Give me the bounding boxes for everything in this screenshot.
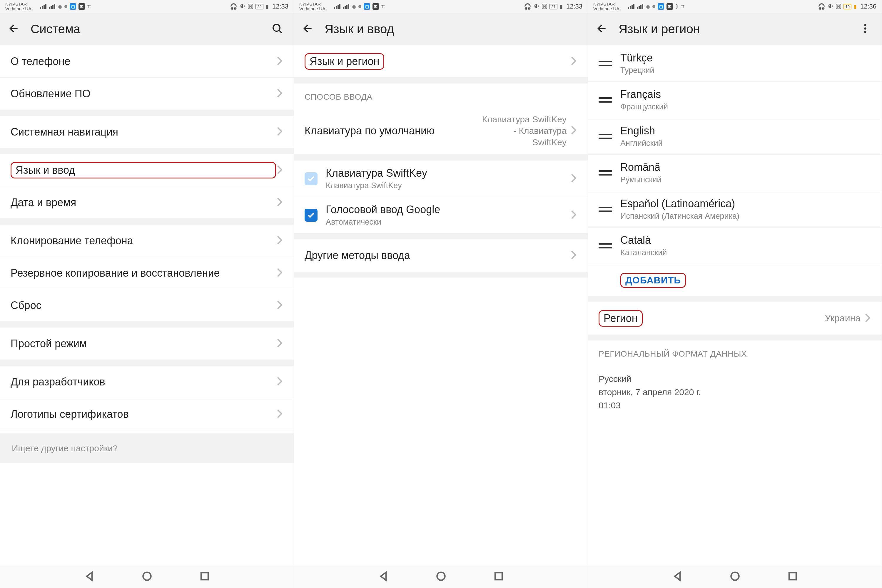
item-label: Клавиатура по умолчанию — [304, 124, 478, 137]
chevron-right-icon — [276, 87, 283, 100]
nav-home-icon[interactable] — [730, 571, 740, 583]
nav-recent-icon[interactable] — [788, 571, 798, 583]
item-language-input[interactable]: Язык и ввод — [0, 154, 294, 186]
language-item-espanol[interactable]: Español (Latinoamérica) Испанский (Латин… — [588, 191, 882, 228]
section-gap — [294, 78, 588, 84]
carrier-2: Vodafone UA — [299, 6, 325, 11]
nav-recent-icon[interactable] — [494, 571, 504, 583]
item-label: Резервное копирование и восстановление — [10, 267, 276, 279]
carrier-1: KYIVSTAR — [593, 2, 619, 6]
item-about-phone[interactable]: О телефоне — [0, 45, 294, 78]
format-time: 01:03 — [598, 399, 871, 412]
add-language-button[interactable]: ДОБАВИТЬ — [620, 273, 686, 288]
wifi-icon: ◈ — [352, 3, 356, 10]
search-icon[interactable] — [269, 20, 285, 38]
language-sub: Испанский (Латинская Америка) — [620, 212, 871, 221]
item-backup-restore[interactable]: Резервное копирование и восстановление — [0, 257, 294, 289]
nav-home-icon[interactable] — [436, 571, 446, 583]
item-simple-mode[interactable]: Простой режим — [0, 327, 294, 360]
item-region[interactable]: Регион Украина — [588, 302, 882, 334]
chevron-right-icon — [276, 196, 283, 209]
wifi-icon: ◈ — [646, 3, 650, 10]
svg-point-7 — [864, 31, 866, 33]
drag-handle-icon[interactable] — [598, 243, 612, 248]
app-icon-1: ▢ — [658, 3, 664, 10]
language-item-francais[interactable]: Français Французский — [588, 82, 882, 118]
item-developer-options[interactable]: Для разработчиков — [0, 366, 294, 398]
item-google-voice-input[interactable]: Голосовой ввод Google Автоматически — [294, 197, 588, 233]
back-icon[interactable] — [8, 22, 20, 36]
nfc-icon: N — [542, 4, 548, 9]
page-title: Язык и ввод — [325, 22, 579, 36]
header: Система — [0, 13, 294, 45]
nav-back-icon[interactable] — [672, 571, 682, 583]
item-label: Системная навигация — [10, 126, 276, 138]
carrier-2: Vodafone UA — [5, 6, 31, 11]
item-software-update[interactable]: Обновление ПО — [0, 78, 294, 110]
chevron-right-icon — [276, 408, 283, 421]
drag-handle-icon[interactable] — [598, 134, 612, 139]
back-icon[interactable] — [302, 22, 314, 36]
app-icon-1: ▢ — [70, 3, 76, 10]
status-mid-icons: ◈ ▢ ✉ ⦘ ⌗ — [628, 3, 818, 10]
checkbox-icon[interactable] — [304, 209, 318, 222]
drag-handle-icon[interactable] — [598, 98, 612, 103]
drag-handle-icon[interactable] — [598, 61, 612, 66]
item-swiftkey-keyboard[interactable]: Клавиатура SwiftKey Клавиатура SwiftKey — [294, 160, 588, 197]
item-date-time[interactable]: Дата и время — [0, 186, 294, 219]
carrier-labels: KYIVSTAR Vodafone UA — [299, 2, 325, 11]
language-region-list: Türkçe Турецкий Français Французский Eng… — [588, 45, 882, 565]
nav-back-icon[interactable] — [84, 571, 94, 583]
language-item-turkce[interactable]: Türkçe Турецкий — [588, 45, 882, 82]
language-item-catala[interactable]: Català Каталанский — [588, 228, 882, 264]
item-system-navigation[interactable]: Системная навигация — [0, 116, 294, 148]
section-gap — [0, 322, 294, 327]
battery-icon: 19 — [843, 4, 851, 9]
svg-rect-4 — [495, 573, 502, 580]
section-gap — [0, 110, 294, 116]
carrier-1: KYIVSTAR — [299, 2, 325, 6]
language-item-english[interactable]: English Английский — [588, 118, 882, 154]
header: Язык и регион — [588, 13, 882, 45]
nfc-icon: N — [836, 4, 842, 9]
battery-fill-icon: ▮ — [266, 3, 269, 10]
item-default-keyboard[interactable]: Клавиатура по умолчанию Клавиатура Swift… — [294, 107, 588, 154]
language-sub: Румынский — [620, 175, 871, 184]
mail-icon: ✉ — [666, 3, 673, 10]
headphones-icon: 🎧 — [230, 3, 237, 10]
item-other-input-methods[interactable]: Другие методы ввода — [294, 239, 588, 272]
regional-format-header: РЕГИОНАЛЬНЫЙ ФОРМАТ ДАННЫХ — [588, 340, 882, 364]
chevron-right-icon — [276, 55, 283, 68]
drag-handle-icon[interactable] — [598, 207, 612, 212]
region-label: Регион — [598, 310, 643, 327]
back-icon[interactable] — [596, 22, 608, 36]
dot-icon — [652, 5, 656, 8]
nav-recent-icon[interactable] — [200, 571, 210, 583]
item-value: Клавиатура SwiftKey - Клавиатура SwiftKe… — [478, 114, 567, 148]
item-cert-logos[interactable]: Логотипы сертификатов — [0, 398, 294, 430]
language-item-romana[interactable]: Română Румынский — [588, 154, 882, 191]
screen-language-input: KYIVSTAR Vodafone UA ◈ ▢ ✉ ⌗ 🎧 👁 N 21 ▮ … — [294, 0, 588, 588]
drag-handle-icon[interactable] — [598, 170, 612, 176]
nav-home-icon[interactable] — [142, 571, 152, 583]
search-other-settings[interactable]: Ищете другие настройки? — [0, 434, 294, 464]
item-reset[interactable]: Сброс — [0, 289, 294, 322]
checkbox-icon[interactable] — [304, 172, 318, 185]
status-bar: KYIVSTAR Vodafone UA ◈ ▢ ✉ ⦘ ⌗ 🎧 👁 N 19 … — [588, 0, 882, 13]
svg-rect-9 — [789, 573, 796, 580]
item-label: Другие методы ввода — [304, 249, 570, 262]
item-sub: Клавиатура SwiftKey — [326, 181, 570, 190]
language-sub: Каталанский — [620, 248, 871, 257]
svg-rect-2 — [201, 573, 208, 580]
nav-back-icon[interactable] — [378, 571, 388, 583]
language-sub: Турецкий — [620, 66, 871, 75]
chevron-right-icon — [570, 249, 577, 262]
section-gap — [0, 219, 294, 225]
status-bar: KYIVSTAR Vodafone UA ◈ ▢ ✉ ⌗ 🎧 👁 N 22 ▮ … — [0, 0, 294, 13]
settings-list: О телефоне Обновление ПО Системная навиг… — [0, 45, 294, 565]
more-icon[interactable] — [857, 20, 873, 38]
section-gap — [588, 296, 882, 302]
navigation-bar — [588, 565, 882, 588]
item-phone-clone[interactable]: Клонирование телефона — [0, 225, 294, 257]
item-language-region[interactable]: Язык и регион — [294, 45, 588, 78]
